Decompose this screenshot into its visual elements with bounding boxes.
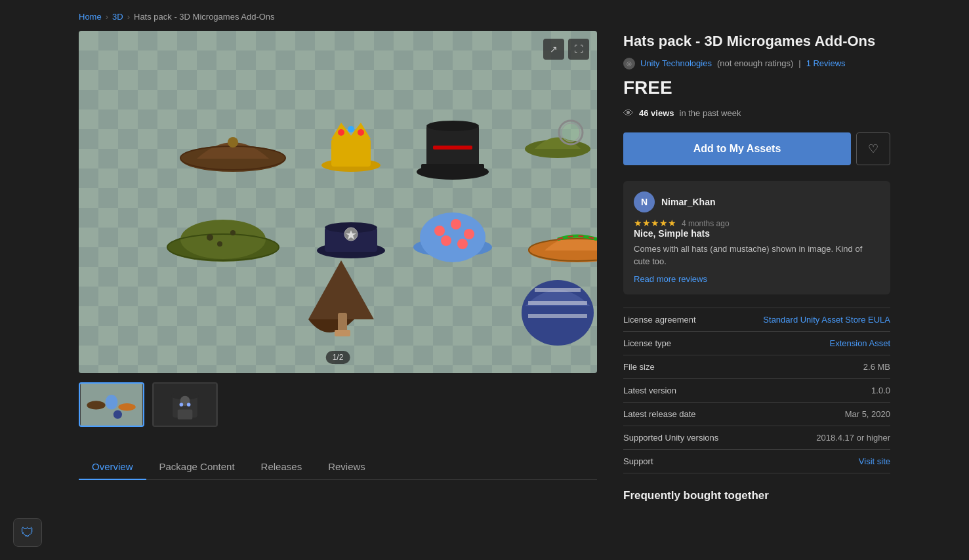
main-container: ↗ ⛶ 1/2 xyxy=(0,31,969,502)
tab-package-content[interactable]: Package Content xyxy=(146,454,248,480)
rating-note: (not enough ratings) xyxy=(717,58,793,68)
svg-rect-13 xyxy=(433,146,472,150)
shield-corner-button[interactable]: 🛡 xyxy=(13,518,42,547)
svg-point-11 xyxy=(426,121,479,131)
breadcrumb-sep-1: › xyxy=(106,12,108,22)
details-row-3: Latest version1.0.0 xyxy=(623,379,890,403)
details-label-3: Latest version xyxy=(623,386,676,395)
svg-point-55 xyxy=(187,403,191,407)
svg-rect-37 xyxy=(338,313,347,332)
details-row-0: License agreementStandard Unity Asset St… xyxy=(623,308,890,332)
share-button[interactable]: ↗ xyxy=(543,39,564,60)
product-tabs: Overview Package Content Releases Review… xyxy=(79,454,597,480)
details-label-0: License agreement xyxy=(623,315,696,325)
add-to-assets-button[interactable]: Add to My Assets xyxy=(623,132,851,165)
svg-point-8 xyxy=(358,129,364,136)
svg-point-18 xyxy=(180,220,266,259)
svg-rect-4 xyxy=(331,139,371,167)
svg-point-6 xyxy=(338,129,344,136)
viewer-controls: ↗ ⛶ xyxy=(543,39,589,60)
details-value-2: 2.6 MB xyxy=(863,362,890,372)
review-title: Nice, Simple hats xyxy=(634,228,880,239)
add-assets-row: Add to My Assets ♡ xyxy=(623,132,890,165)
svg-rect-38 xyxy=(335,330,350,336)
views-suffix: in the past week xyxy=(680,108,741,118)
thumbnail-strip xyxy=(79,382,597,427)
product-title: Hats pack - 3D Microgames Add-Ons xyxy=(623,32,890,51)
details-row-6: SupportVisit site xyxy=(623,450,890,473)
review-stars: ★★★★★ xyxy=(634,218,676,228)
price-tag: FREE xyxy=(623,77,890,98)
svg-point-16 xyxy=(562,123,580,142)
meta-divider: | xyxy=(798,58,800,68)
details-value-6[interactable]: Visit site xyxy=(859,456,890,466)
svg-point-31 xyxy=(451,219,461,230)
breadcrumb-3d[interactable]: 3D xyxy=(112,12,123,22)
right-panel: Hats pack - 3D Microgames Add-Ons ◎ Unit… xyxy=(623,31,890,502)
publisher-name[interactable]: Unity Technologies xyxy=(640,58,712,68)
breadcrumb: Home › 3D › Hats pack - 3D Microgames Ad… xyxy=(0,0,969,31)
svg-point-46 xyxy=(106,395,118,410)
read-more-reviews-link[interactable]: Read more reviews xyxy=(634,274,707,284)
details-value-1[interactable]: Extension Asset xyxy=(830,338,891,348)
svg-point-32 xyxy=(464,229,474,239)
thumbnail-2[interactable] xyxy=(152,382,218,427)
eye-icon: 👁 xyxy=(623,108,634,119)
reviews-link[interactable]: 1 Reviews xyxy=(806,58,846,68)
reviewer-name: Nimar_Khan xyxy=(661,197,715,207)
svg-rect-53 xyxy=(178,410,193,420)
svg-point-54 xyxy=(180,403,184,407)
svg-point-47 xyxy=(118,403,135,410)
details-row-2: File size2.6 MB xyxy=(623,355,890,379)
hats-illustration xyxy=(79,31,597,373)
details-label-4: Latest release date xyxy=(623,409,696,419)
details-row-1: License typeExtension Asset xyxy=(623,332,890,355)
svg-point-33 xyxy=(441,235,451,246)
tab-reviews[interactable]: Reviews xyxy=(315,454,379,480)
review-text: Comes with all hats (and mustache) shown… xyxy=(634,243,880,268)
reviewer-avatar: N xyxy=(634,191,655,212)
views-count: 46 views xyxy=(639,108,674,118)
heart-icon: ♡ xyxy=(868,142,878,156)
svg-point-45 xyxy=(87,401,105,409)
details-row-4: Latest release dateMar 5, 2020 xyxy=(623,403,890,426)
details-label-1: License type xyxy=(623,338,671,348)
svg-point-34 xyxy=(457,239,468,249)
frequently-bought-title: Frequently bought together xyxy=(623,489,890,502)
svg-point-48 xyxy=(113,410,122,418)
details-value-0[interactable]: Standard Unity Asset Store EULA xyxy=(763,315,890,325)
product-meta: ◎ Unity Technologies (not enough ratings… xyxy=(623,58,890,70)
breadcrumb-sep-2: › xyxy=(127,12,130,22)
thumbnail-1[interactable] xyxy=(79,382,144,427)
reviewer-row: N Nimar_Khan xyxy=(634,191,880,212)
breadcrumb-home[interactable]: Home xyxy=(79,12,102,22)
fullscreen-button[interactable]: ⛶ xyxy=(568,39,589,60)
tab-releases[interactable]: Releases xyxy=(248,454,316,480)
shield-icon: 🛡 xyxy=(21,525,34,540)
image-viewer: ↗ ⛶ 1/2 xyxy=(79,31,597,373)
details-label-2: File size xyxy=(623,362,655,372)
details-label-6: Support xyxy=(623,456,653,466)
svg-point-30 xyxy=(434,226,445,236)
review-card: N Nimar_Khan ★★★★★ 4 months ago Nice, Si… xyxy=(623,181,890,294)
svg-point-7 xyxy=(348,126,354,132)
details-value-3: 1.0.0 xyxy=(871,386,890,395)
left-panel: ↗ ⛶ 1/2 xyxy=(79,31,597,502)
svg-point-29 xyxy=(420,212,485,262)
details-row-5: Supported Unity versions2018.4.17 or hig… xyxy=(623,426,890,450)
review-time: 4 months ago xyxy=(682,219,730,228)
details-table: License agreementStandard Unity Asset St… xyxy=(623,308,890,473)
breadcrumb-current: Hats pack - 3D Microgames Add-Ons xyxy=(134,12,275,22)
details-label-5: Supported Unity versions xyxy=(623,433,718,443)
tab-overview[interactable]: Overview xyxy=(79,454,146,480)
favorite-button[interactable]: ♡ xyxy=(856,132,890,165)
views-row: 👁 46 views in the past week xyxy=(623,108,890,119)
svg-point-2 xyxy=(228,137,238,148)
details-value-4: Mar 5, 2020 xyxy=(845,409,890,419)
svg-point-21 xyxy=(230,230,236,235)
image-counter: 1/2 xyxy=(326,351,350,364)
svg-point-20 xyxy=(207,234,213,241)
publisher-icon: ◎ xyxy=(623,58,635,70)
stars-row: ★★★★★ 4 months ago xyxy=(634,218,880,228)
details-value-5: 2018.4.17 or higher xyxy=(816,433,890,443)
